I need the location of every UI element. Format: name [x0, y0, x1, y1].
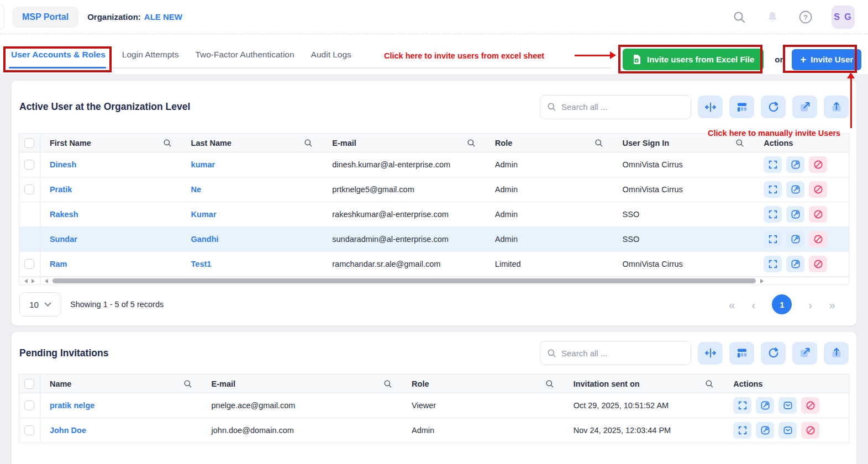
- disable-user-button[interactable]: [809, 156, 827, 173]
- column-search-icon[interactable]: [467, 139, 476, 147]
- organization-name-link[interactable]: ALE NEW: [144, 12, 182, 22]
- row-checkbox[interactable]: [24, 184, 34, 194]
- resend-invitation-mail-button[interactable]: [778, 397, 797, 414]
- last-name-link[interactable]: Gandhi: [191, 235, 219, 244]
- edit-row-button[interactable]: [786, 181, 804, 198]
- row-checkbox[interactable]: [24, 259, 34, 269]
- page-size-select[interactable]: 10: [19, 292, 61, 317]
- scroll-right-icon[interactable]: [31, 279, 35, 283]
- first-page-button[interactable]: «: [729, 299, 735, 310]
- column-search-icon[interactable]: [304, 139, 313, 147]
- last-name-link[interactable]: kumar: [191, 160, 215, 169]
- column-search-icon[interactable]: [383, 379, 392, 388]
- expand-row-button[interactable]: [733, 422, 751, 439]
- active-users-searchbox[interactable]: [540, 95, 691, 119]
- tab-bar: User Accounts & Roles Login Attempts Two…: [0, 34, 868, 74]
- first-name-link[interactable]: Ram: [50, 260, 67, 268]
- next-page-button[interactable]: ›: [808, 299, 812, 310]
- search-icon[interactable]: [732, 10, 746, 24]
- edit-row-button[interactable]: [786, 156, 804, 173]
- edit-row-button[interactable]: [786, 206, 804, 223]
- column-settings-button[interactable]: [729, 342, 754, 365]
- column-search-icon[interactable]: [183, 379, 192, 388]
- column-search-icon[interactable]: [163, 139, 172, 147]
- invitee-name-link[interactable]: John Doe: [50, 426, 86, 435]
- scroll-right-icon[interactable]: [760, 279, 764, 283]
- tab-audit-logs[interactable]: Audit Logs: [311, 34, 351, 70]
- disable-user-button[interactable]: [809, 206, 827, 223]
- refresh-button[interactable]: [761, 342, 786, 365]
- column-search-icon[interactable]: [705, 379, 714, 388]
- tab-user-accounts-roles[interactable]: User Accounts & Roles: [11, 34, 106, 70]
- expand-row-button[interactable]: [764, 181, 782, 198]
- row-checkbox[interactable]: [24, 425, 34, 435]
- disable-user-button[interactable]: [809, 181, 827, 198]
- revoke-invitation-button[interactable]: [801, 397, 819, 414]
- role-cell: Admin: [495, 185, 518, 194]
- scroll-left-icon[interactable]: [45, 279, 48, 283]
- last-name-link[interactable]: Test1: [191, 260, 212, 268]
- table-row: John Doe john.doe@domain.com Admin Nov 2…: [19, 418, 849, 443]
- notifications-bell-icon[interactable]: [765, 10, 780, 24]
- previous-page-button[interactable]: ‹: [751, 299, 755, 310]
- open-in-new-button[interactable]: [792, 96, 817, 118]
- last-page-button[interactable]: »: [829, 299, 835, 310]
- excel-file-icon: x: [632, 54, 641, 65]
- fit-columns-button[interactable]: [698, 342, 723, 365]
- pending-invitations-table: Name E-mail Role Invitation sent on Acti…: [19, 374, 849, 443]
- edit-row-button[interactable]: [756, 397, 774, 414]
- current-page-button[interactable]: 1: [772, 294, 792, 314]
- disable-user-button[interactable]: [809, 256, 827, 272]
- email-cell: rakeshkumar@al-enterprise.com: [332, 210, 449, 219]
- scroll-left-icon[interactable]: [24, 279, 28, 283]
- last-name-link[interactable]: Ne: [191, 185, 202, 194]
- edit-row-button[interactable]: [756, 422, 774, 439]
- user-avatar[interactable]: S G: [832, 6, 855, 29]
- row-checkbox[interactable]: [24, 160, 34, 170]
- expand-row-button[interactable]: [764, 231, 782, 247]
- invite-users-from-excel-button[interactable]: x Invite users from Excel File: [623, 49, 764, 70]
- first-name-link[interactable]: Dinesh: [50, 160, 76, 169]
- fit-columns-button[interactable]: [698, 96, 723, 118]
- sidebar-edge-handle[interactable]: [0, 4, 4, 30]
- select-all-checkbox[interactable]: [24, 379, 34, 389]
- help-icon[interactable]: ?: [798, 10, 813, 24]
- sign-in-cell: OmniVista Cirrus: [623, 260, 683, 268]
- search-all-input[interactable]: [561, 349, 684, 358]
- export-upload-button[interactable]: [824, 96, 849, 118]
- column-settings-button[interactable]: [729, 96, 754, 118]
- search-icon: [547, 102, 556, 112]
- disable-user-button[interactable]: [809, 231, 827, 247]
- tab-two-factor-authentication[interactable]: Two-Factor Authentication: [195, 34, 294, 70]
- expand-row-button[interactable]: [764, 156, 782, 173]
- scrollbar-thumb[interactable]: [52, 278, 756, 283]
- refresh-button[interactable]: [761, 96, 786, 118]
- expand-row-button[interactable]: [733, 397, 751, 414]
- search-all-input[interactable]: [561, 102, 684, 112]
- select-all-checkbox[interactable]: [24, 138, 34, 148]
- first-name-link[interactable]: Pratik: [50, 185, 72, 194]
- column-search-icon[interactable]: [545, 379, 554, 388]
- edit-row-button[interactable]: [786, 256, 804, 272]
- invitee-name-link[interactable]: pratik nelge: [50, 401, 94, 410]
- first-name-link[interactable]: Rakesh: [50, 210, 78, 219]
- invite-user-button[interactable]: + Invite User: [792, 49, 861, 70]
- resend-invitation-mail-button[interactable]: [778, 422, 797, 439]
- column-search-icon[interactable]: [735, 139, 744, 147]
- expand-row-button[interactable]: [764, 206, 782, 223]
- column-search-icon[interactable]: [595, 139, 603, 147]
- expand-row-button[interactable]: [764, 256, 782, 272]
- edit-row-button[interactable]: [786, 231, 804, 247]
- svg-text:x: x: [635, 59, 638, 62]
- open-in-new-button[interactable]: [792, 342, 817, 365]
- active-users-title: Active User at the Organization Level: [19, 101, 190, 113]
- last-name-link[interactable]: Kumar: [191, 210, 217, 219]
- first-name-link[interactable]: Sundar: [50, 235, 77, 244]
- msp-portal-chip[interactable]: MSP Portal: [12, 7, 78, 28]
- export-upload-button[interactable]: [824, 342, 849, 365]
- tab-login-attempts[interactable]: Login Attempts: [122, 34, 179, 70]
- row-checkbox[interactable]: [24, 400, 34, 410]
- revoke-invitation-button[interactable]: [801, 422, 819, 439]
- email-cell: ramchandar.sr.ale@gmail.com: [332, 260, 440, 268]
- pending-searchbox[interactable]: [540, 341, 691, 365]
